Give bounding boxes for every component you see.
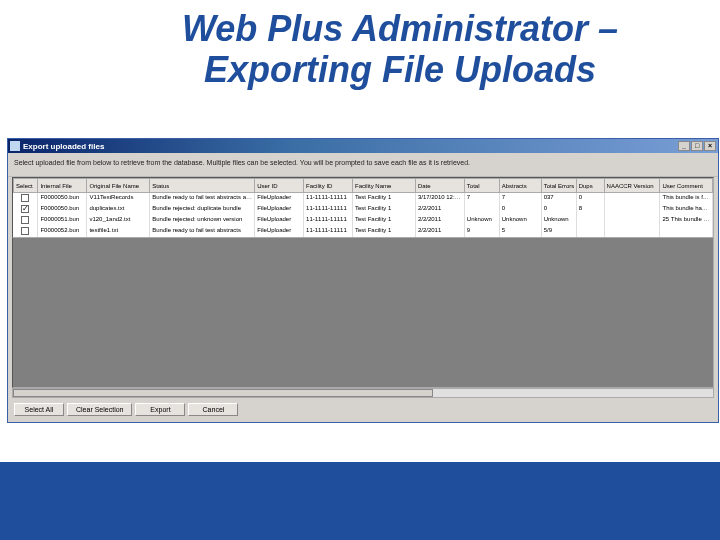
cell: 5/9 [541, 226, 576, 237]
cell: 0 [541, 204, 576, 215]
scrollbar-thumb[interactable] [13, 389, 433, 397]
footer-bar [0, 462, 720, 540]
cell: 037 [541, 193, 576, 205]
col-internal-file[interactable]: Internal File [38, 179, 87, 193]
cell: testfile1.txt [87, 226, 150, 237]
cell [14, 226, 38, 237]
button-row: Select All Clear Selection Export Cancel [8, 398, 718, 422]
cell [464, 204, 499, 215]
cell: Bundle ready to fail test abstracts [150, 226, 255, 237]
export-button[interactable]: Export [135, 403, 185, 416]
maximize-button[interactable]: □ [691, 141, 703, 151]
cell: FileUploader [255, 204, 304, 215]
select-all-button[interactable]: Select All [14, 403, 64, 416]
cell: FileUploader [255, 215, 304, 226]
window-title: Export uploaded files [23, 142, 104, 151]
row-checkbox[interactable] [21, 205, 29, 213]
cell: 11-1111-11111 [304, 215, 353, 226]
cell: v120_1and2.txt [87, 215, 150, 226]
col-facility-name[interactable]: Facility Name [352, 179, 415, 193]
cell: 8 [576, 204, 604, 215]
cell: 2/2/2011 [415, 226, 464, 237]
col-date[interactable]: Date [415, 179, 464, 193]
cell: 2/2/2011 [415, 215, 464, 226]
instruction-text: Select uploaded file from below to retri… [8, 153, 718, 177]
table-row[interactable]: F0000051.bunv120_1and2.txtBundle rejecte… [14, 215, 713, 226]
cell: 7 [499, 193, 541, 205]
cell: Unknown [499, 215, 541, 226]
col-dups[interactable]: Dups [576, 179, 604, 193]
export-window: Export uploaded files _ □ × Select uploa… [7, 138, 719, 423]
cell: F0000052.bun [38, 226, 87, 237]
row-checkbox[interactable] [21, 194, 29, 202]
col-user-id[interactable]: User ID [255, 179, 304, 193]
row-checkbox[interactable] [21, 216, 29, 224]
cell: Test Facility 1 [352, 215, 415, 226]
cell: F0000050.bun [38, 193, 87, 205]
cell: 3/17/2010 12:10:49 PM [415, 193, 464, 205]
cell: Test Facility 1 [352, 226, 415, 237]
col-facility-id[interactable]: Facility ID [304, 179, 353, 193]
cell: 0 [576, 193, 604, 205]
cell: Bundle rejected: unknown version [150, 215, 255, 226]
cell: V11TestRecords [87, 193, 150, 205]
cell [14, 215, 38, 226]
table-empty-area [12, 238, 714, 388]
col-select[interactable]: Select [14, 179, 38, 193]
cell [660, 226, 713, 237]
table-row[interactable]: F0000050.bunV11TestRecordsBundle ready t… [14, 193, 713, 205]
horizontal-scrollbar[interactable] [12, 388, 714, 398]
col-total-errors[interactable]: Total Errors [541, 179, 576, 193]
cell: This bundle is for training test and dem… [660, 193, 713, 205]
col-naaccr-ver[interactable]: NAACCR Version [604, 179, 660, 193]
file-table: Select Internal File Original File Name … [12, 177, 714, 238]
cell: F0000051.bun [38, 215, 87, 226]
cancel-button[interactable]: Cancel [188, 403, 238, 416]
cell: FileUploader [255, 193, 304, 205]
cell: Bundle rejected: duplicate bundle [150, 204, 255, 215]
cell: 11-1111-11111 [304, 193, 353, 205]
cell: 2/2/2011 [415, 204, 464, 215]
col-original-file[interactable]: Original File Name [87, 179, 150, 193]
cell: This bundle has 11 dups [660, 204, 713, 215]
col-total[interactable]: Total [464, 179, 499, 193]
cell: 11-1111-11111 [304, 204, 353, 215]
cell: FileUploader [255, 226, 304, 237]
close-button[interactable]: × [704, 141, 716, 151]
cell [14, 193, 38, 205]
cell [14, 204, 38, 215]
slide-title: Web Plus Administrator – Exporting File … [0, 0, 720, 97]
table-row[interactable]: F0000052.buntestfile1.txtBundle ready to… [14, 226, 713, 237]
table-row[interactable]: F0000050.bunduplicates.txtBundle rejecte… [14, 204, 713, 215]
cell [604, 204, 660, 215]
titlebar: Export uploaded files _ □ × [8, 139, 718, 153]
cell: Test Facility 1 [352, 204, 415, 215]
app-icon [10, 141, 20, 151]
cell: Bundle ready to fail test abstracts and … [150, 193, 255, 205]
cell: Unknown [464, 215, 499, 226]
cell [604, 193, 660, 205]
cell: 9 [464, 226, 499, 237]
cell [604, 226, 660, 237]
cell [576, 226, 604, 237]
cell: 7 [464, 193, 499, 205]
cell [604, 215, 660, 226]
col-abstracts[interactable]: Abstracts [499, 179, 541, 193]
table-header-row: Select Internal File Original File Name … [14, 179, 713, 193]
col-status[interactable]: Status [150, 179, 255, 193]
clear-selection-button[interactable]: Clear Selection [67, 403, 132, 416]
cell [576, 215, 604, 226]
row-checkbox[interactable] [21, 227, 29, 235]
cell: 5 [499, 226, 541, 237]
minimize-button[interactable]: _ [678, 141, 690, 151]
cell: 11-1111-11111 [304, 226, 353, 237]
cell: 0 [499, 204, 541, 215]
cell: 25 This bundle has 25 dups [660, 215, 713, 226]
col-user-comment[interactable]: User Comment [660, 179, 713, 193]
cell: duplicates.txt [87, 204, 150, 215]
cell: Test Facility 1 [352, 193, 415, 205]
cell: F0000050.bun [38, 204, 87, 215]
cell: Unknown [541, 215, 576, 226]
